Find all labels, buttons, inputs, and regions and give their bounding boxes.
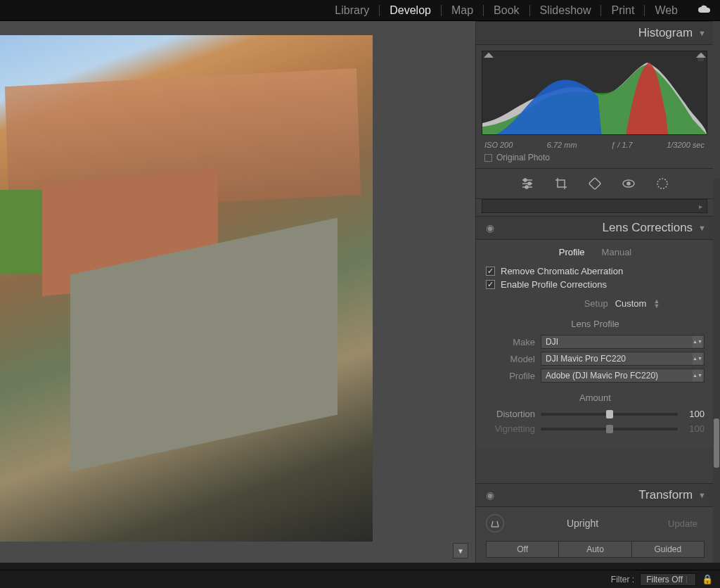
chevron-down-icon: ▼ (698, 491, 706, 499)
make-label: Make (486, 337, 535, 347)
lens-corrections-header[interactable]: ◉ Lens Corrections ▼ (476, 216, 713, 240)
transform-header[interactable]: ◉ Transform ▼ (476, 483, 713, 507)
crop-icon[interactable] (553, 176, 569, 191)
distortion-label: Distortion (486, 409, 535, 419)
develop-toolstrip (476, 169, 713, 199)
setup-spinner-icon[interactable]: ▲▼ (653, 299, 660, 309)
original-photo-label: Original Photo (496, 153, 550, 162)
upright-off[interactable]: Off (486, 541, 559, 558)
tab-profile[interactable]: Profile (559, 247, 585, 257)
shadow-clipping-icon[interactable] (485, 54, 492, 61)
upright-guided[interactable]: Guided (632, 541, 705, 558)
upright-segments: Off Auto Guided (486, 541, 705, 558)
svg-point-2 (525, 186, 528, 188)
panel-visibility-icon[interactable]: ◉ (483, 490, 494, 501)
tab-manual[interactable]: Manual (602, 247, 632, 257)
distortion-slider-row: Distortion 100 (486, 409, 705, 419)
photo-canvas[interactable]: ▼ (0, 21, 475, 563)
vignetting-label: Vignetting (486, 423, 535, 434)
svg-point-0 (524, 179, 527, 181)
exif-aperture: ƒ / 1.7 (611, 141, 633, 149)
module-slideshow[interactable]: Slideshow (529, 5, 601, 16)
histogram-title: Histogram (638, 26, 693, 40)
original-photo-checkbox[interactable] (484, 154, 492, 162)
lens-corrections-panel: Profile Manual ✓ Remove Chromatic Aberra… (476, 240, 713, 448)
filmstrip-filter-bar: Filter : Filters Off 🔒 (0, 570, 720, 588)
upright-label: Upright (514, 518, 651, 529)
right-panel-group: Histogram ▼ ISO 200 6.72 mm ƒ / 1.7 1/32… (475, 21, 720, 563)
module-map[interactable]: Map (441, 5, 483, 16)
scrollbar-thumb[interactable] (714, 418, 719, 468)
distortion-value[interactable]: 100 (683, 409, 705, 419)
filter-value: Filters Off (646, 575, 683, 584)
before-after-toggle[interactable]: ▼ (453, 543, 468, 558)
profile-value: Adobe (DJI Mavic Pro FC220) (546, 371, 658, 381)
chevron-down-icon: ▼ (698, 224, 706, 232)
panel-scrollbar[interactable] (713, 179, 720, 563)
vignetting-slider (541, 428, 678, 430)
transform-title: Transform (638, 488, 693, 502)
mask-icon[interactable] (655, 176, 670, 191)
upright-tool-icon[interactable] (486, 514, 504, 532)
exif-shutter: 1/3200 sec (667, 141, 705, 149)
redeye-icon[interactable] (621, 176, 636, 191)
make-value: DJI (546, 337, 558, 347)
filter-label: Filter : (611, 575, 634, 584)
enable-profile-checkbox[interactable]: ✓ (486, 280, 495, 289)
model-label: Model (486, 354, 535, 364)
sliders-icon[interactable] (520, 176, 535, 191)
collapsed-panel-row[interactable]: ▸ (482, 199, 707, 213)
module-book[interactable]: Book (483, 5, 529, 16)
module-list: Library Develop Map Book Slideshow Print… (325, 5, 688, 16)
svg-rect-3 (589, 178, 600, 190)
heal-icon[interactable] (587, 176, 603, 191)
upright-auto[interactable]: Auto (559, 541, 631, 558)
model-dropdown[interactable]: DJI Mavic Pro FC220 ▲▼ (541, 352, 705, 366)
enable-profile-label: Enable Profile Corrections (501, 279, 607, 290)
lens-corrections-title: Lens Corrections (603, 221, 693, 235)
exif-focal: 6.72 mm (547, 141, 577, 149)
dropdown-caret-icon: ▲▼ (693, 336, 702, 347)
filter-lock-icon[interactable]: 🔒 (702, 574, 713, 584)
make-dropdown[interactable]: DJI ▲▼ (541, 335, 705, 349)
exif-iso: ISO 200 (484, 141, 513, 149)
lens-profile-section: Lens Profile (486, 319, 705, 329)
filter-dropdown[interactable]: Filters Off (640, 573, 696, 586)
original-photo-toggle[interactable]: Original Photo (476, 151, 713, 169)
profile-label: Profile (486, 371, 535, 381)
remove-ca-checkbox[interactable]: ✓ (486, 267, 495, 276)
dropdown-caret-icon: ▲▼ (693, 353, 702, 364)
histogram-header[interactable]: Histogram ▼ (476, 21, 713, 45)
module-print[interactable]: Print (600, 5, 644, 16)
module-library[interactable]: Library (325, 5, 379, 16)
cloud-sync-icon[interactable] (698, 3, 712, 18)
remove-ca-label: Remove Chromatic Aberration (501, 266, 623, 276)
upright-update-button[interactable]: Update (661, 516, 705, 532)
vignetting-value: 100 (683, 423, 705, 434)
vignetting-slider-row: Vignetting 100 (486, 423, 705, 434)
module-develop[interactable]: Develop (379, 5, 441, 16)
svg-point-5 (627, 182, 630, 185)
lens-tabs: Profile Manual (486, 245, 705, 264)
dropdown-caret-icon: ▲▼ (693, 370, 702, 381)
chevron-down-icon: ▼ (698, 29, 706, 37)
setup-value[interactable]: Custom (615, 298, 647, 309)
amount-section: Amount (486, 392, 705, 403)
slider-thumb[interactable] (606, 410, 613, 418)
remove-ca-row[interactable]: ✓ Remove Chromatic Aberration (486, 264, 705, 278)
histogram-chart[interactable] (482, 51, 707, 135)
photo-preview (0, 35, 373, 542)
highlight-clipping-icon[interactable] (697, 54, 704, 61)
module-web[interactable]: Web (644, 5, 688, 16)
distortion-slider[interactable] (541, 413, 678, 416)
profile-dropdown[interactable]: Adobe (DJI Mavic Pro FC220) ▲▼ (541, 369, 705, 383)
setup-label: Setup (531, 298, 608, 309)
model-value: DJI Mavic Pro FC220 (546, 354, 626, 364)
svg-point-6 (657, 179, 667, 188)
exif-readout: ISO 200 6.72 mm ƒ / 1.7 1/3200 sec (476, 138, 713, 151)
panel-visibility-icon[interactable]: ◉ (483, 222, 494, 234)
svg-point-1 (528, 182, 531, 185)
module-picker: Library Develop Map Book Slideshow Print… (0, 0, 720, 21)
slider-thumb (606, 425, 613, 433)
enable-profile-row[interactable]: ✓ Enable Profile Corrections (486, 278, 705, 291)
